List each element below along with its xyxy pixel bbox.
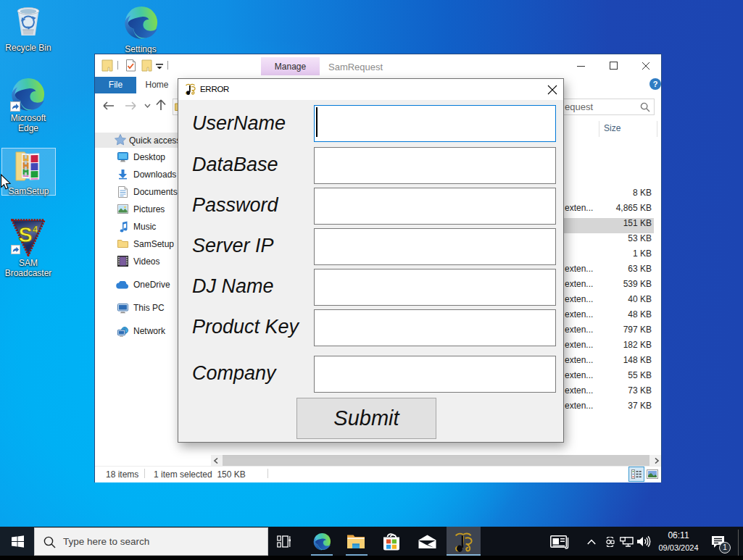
svg-text:S: S	[19, 223, 33, 246]
svg-text:4: 4	[33, 224, 38, 235]
